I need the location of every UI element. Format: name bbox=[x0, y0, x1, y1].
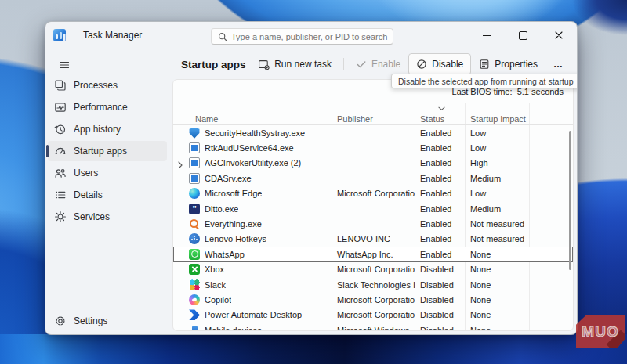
table-row[interactable]: SecurityHealthSystray.exe Enabled Low bbox=[173, 125, 573, 140]
app-publisher: LENOVO INC bbox=[332, 234, 415, 243]
table-row[interactable]: Copilot Microsoft Corporation Disabled N… bbox=[173, 292, 573, 307]
app-impact: Medium bbox=[465, 174, 529, 183]
app-impact: None bbox=[465, 310, 529, 319]
app-impact: None bbox=[465, 250, 529, 259]
column-header-startup-impact[interactable]: Startup impact bbox=[465, 104, 529, 124]
app-impact: Low bbox=[465, 128, 529, 138]
app-name: Xbox bbox=[205, 265, 224, 274]
hamburger-menu-icon bbox=[58, 59, 71, 71]
sidebar-item-label: Users bbox=[74, 168, 98, 178]
generic-app-icon bbox=[189, 157, 200, 168]
column-header-status[interactable]: Status bbox=[415, 104, 465, 124]
sidebar-item-label: Startup apps bbox=[74, 146, 127, 157]
table-row[interactable]: CDASrv.exe Enabled Medium bbox=[173, 171, 573, 186]
app-publisher: Microsoft Corporation bbox=[332, 310, 415, 319]
run-new-task-button[interactable]: Run new task bbox=[250, 53, 339, 75]
app-status: Enabled bbox=[415, 158, 465, 168]
sidebar-item-label: Details bbox=[74, 189, 103, 200]
sidebar-item-performance[interactable]: Performance bbox=[48, 97, 167, 117]
table-row[interactable]: Lenovo Hotkeys LENOVO INC Enabled Not me… bbox=[173, 232, 573, 247]
more-options-button[interactable]: … bbox=[545, 53, 571, 75]
disable-slash-icon bbox=[416, 59, 427, 70]
startup-apps-icon bbox=[54, 145, 67, 157]
table-row-selected[interactable]: WhatsApp WhatsApp Inc. Enabled None bbox=[173, 247, 573, 261]
app-status: Disabled bbox=[415, 310, 465, 319]
app-impact: Low bbox=[465, 143, 529, 153]
sidebar-item-startup-apps[interactable]: Startup apps bbox=[48, 141, 167, 161]
app-publisher: Microsoft Corporation bbox=[332, 295, 415, 305]
table-row[interactable]: Xbox Microsoft Corporation Disabled None bbox=[173, 262, 573, 277]
table-row[interactable]: Mobile devices Microsoft Windows Disable… bbox=[173, 323, 573, 331]
search-input[interactable] bbox=[231, 32, 393, 41]
sidebar-item-app-history[interactable]: App history bbox=[48, 119, 167, 139]
app-name: WhatsApp bbox=[205, 250, 245, 259]
edge-icon bbox=[189, 188, 200, 199]
properties-button[interactable]: Properties bbox=[471, 53, 545, 75]
sidebar-item-details[interactable]: Details bbox=[48, 185, 167, 205]
sidebar-item-services[interactable]: Services bbox=[48, 207, 167, 227]
app-publisher: Slack Technologies Inc. bbox=[332, 280, 415, 290]
search-box[interactable] bbox=[211, 28, 393, 45]
properties-label: Properties bbox=[495, 59, 538, 70]
run-new-task-icon bbox=[258, 59, 270, 70]
app-name: Everything.exe bbox=[205, 219, 262, 229]
table-row[interactable]: RtkAudUService64.exe Enabled Low bbox=[173, 140, 573, 155]
column-header-status-label: Status bbox=[420, 114, 444, 124]
users-icon bbox=[54, 167, 67, 179]
app-history-icon bbox=[54, 123, 67, 135]
app-status: Disabled bbox=[415, 265, 465, 274]
column-header-empty bbox=[529, 109, 573, 119]
sidebar-item-label: Performance bbox=[74, 102, 128, 113]
disable-button[interactable]: Disable bbox=[408, 53, 471, 75]
generic-app-icon bbox=[189, 173, 200, 184]
app-impact: None bbox=[465, 265, 529, 274]
toolbar-divider bbox=[343, 58, 344, 70]
app-publisher: WhatsApp Inc. bbox=[332, 250, 415, 259]
sidebar-item-settings[interactable]: Settings bbox=[48, 311, 167, 331]
expand-chevron-icon[interactable] bbox=[178, 161, 183, 169]
column-header-name[interactable]: Name bbox=[173, 104, 332, 124]
app-impact: Low bbox=[465, 189, 529, 198]
title-bar[interactable]: Task Manager bbox=[45, 22, 577, 49]
app-status: Enabled bbox=[415, 143, 465, 153]
enable-button[interactable]: Enable bbox=[348, 53, 408, 75]
everything-icon bbox=[189, 218, 200, 229]
maximize-icon bbox=[519, 31, 527, 40]
slack-icon bbox=[189, 279, 200, 290]
gear-icon bbox=[54, 315, 67, 327]
hamburger-menu-button[interactable] bbox=[53, 55, 75, 75]
table-header: Name Publisher Status Startup impact bbox=[173, 103, 573, 124]
table-rows: SecurityHealthSystray.exe Enabled Low Rt… bbox=[173, 125, 573, 330]
app-impact: None bbox=[465, 280, 529, 290]
close-button[interactable] bbox=[541, 22, 577, 49]
table-row[interactable]: Ditto.exe Enabled Medium bbox=[173, 201, 573, 216]
details-icon bbox=[54, 189, 67, 201]
table-row[interactable]: Microsoft Edge Microsoft Corporation Ena… bbox=[173, 186, 573, 201]
minimize-button[interactable] bbox=[469, 22, 505, 49]
table-row[interactable]: Slack Slack Technologies Inc. Disabled N… bbox=[173, 277, 573, 292]
lenovo-icon bbox=[189, 233, 200, 244]
sidebar-item-users[interactable]: Users bbox=[48, 163, 167, 183]
table-row[interactable]: Everything.exe Enabled Not measured bbox=[173, 216, 573, 231]
copilot-icon bbox=[189, 294, 200, 305]
ditto-icon bbox=[189, 204, 200, 214]
column-header-publisher[interactable]: Publisher bbox=[332, 104, 415, 124]
mobile-devices-icon bbox=[189, 325, 200, 331]
maximize-button[interactable] bbox=[505, 22, 541, 49]
sidebar-item-processes[interactable]: Processes bbox=[48, 75, 167, 96]
sidebar: Processes Performance App history Startu… bbox=[45, 49, 169, 334]
app-status: Disabled bbox=[415, 326, 465, 331]
app-name: SecurityHealthSystray.exe bbox=[205, 128, 305, 138]
app-publisher: Microsoft Corporation bbox=[332, 265, 415, 274]
main-panel: Startup apps Run new task Enable Disable bbox=[169, 49, 577, 334]
app-status: Enabled bbox=[415, 174, 465, 183]
vertical-scrollbar[interactable] bbox=[569, 131, 571, 270]
whatsapp-icon bbox=[189, 249, 200, 260]
table-row[interactable]: AGCInvokerUtility.exe (2) Enabled High bbox=[173, 156, 573, 171]
app-name: Slack bbox=[205, 280, 226, 290]
table-row[interactable]: Power Automate Desktop Microsoft Corpora… bbox=[173, 308, 573, 323]
run-new-task-label: Run new task bbox=[274, 59, 332, 70]
app-name: Lenovo Hotkeys bbox=[205, 234, 266, 243]
task-manager-app-icon bbox=[53, 29, 66, 41]
app-impact: None bbox=[465, 326, 529, 331]
